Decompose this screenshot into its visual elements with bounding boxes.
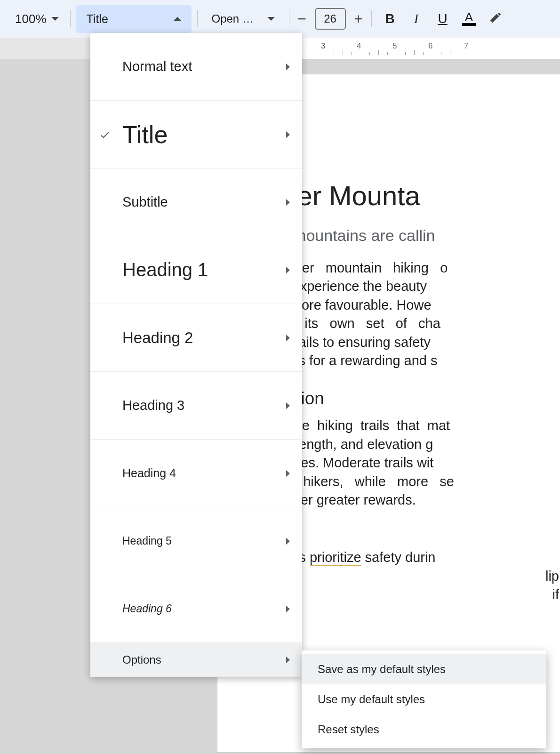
italic-button[interactable]: I xyxy=(408,11,424,26)
chevron-right-icon xyxy=(286,538,290,545)
option-label: Use my default styles xyxy=(318,693,425,706)
increase-font-size-button[interactable]: + xyxy=(352,10,366,28)
style-item-label: Options xyxy=(122,653,161,666)
option-use-default-styles[interactable]: Use my default styles xyxy=(302,684,546,714)
underline-button[interactable]: U xyxy=(435,11,451,26)
text-span: safety durin xyxy=(361,550,436,565)
ruler-tick-3: 3 xyxy=(321,41,325,51)
style-item-label: Title xyxy=(122,120,168,149)
highlighter-icon xyxy=(488,10,503,24)
zoom-selector[interactable]: 100% xyxy=(5,9,64,29)
chevron-right-icon xyxy=(286,657,290,663)
style-item-label: Heading 4 xyxy=(122,466,176,480)
style-item-label: Heading 5 xyxy=(122,535,172,547)
style-item-heading-5[interactable]: Heading 5 xyxy=(90,507,302,575)
check-icon xyxy=(99,128,111,141)
ruler-tick-7: 7 xyxy=(464,41,468,51)
ruler-tick-4: 4 xyxy=(357,41,361,51)
chevron-right-icon xyxy=(286,131,290,138)
style-item-label: Heading 2 xyxy=(122,329,193,347)
caret-up-icon xyxy=(174,17,181,21)
style-item-subtitle[interactable]: Subtitle xyxy=(90,168,302,236)
option-save-default-styles[interactable]: Save as my default styles xyxy=(302,654,546,684)
option-label: Reset styles xyxy=(318,723,379,736)
decrease-font-size-button[interactable]: − xyxy=(295,10,309,28)
option-label: Save as my default styles xyxy=(318,663,446,676)
bold-button[interactable]: B xyxy=(382,11,398,26)
style-item-label: Heading 3 xyxy=(122,398,184,413)
style-item-heading-3[interactable]: Heading 3 xyxy=(90,372,302,440)
ruler-tick-6: 6 xyxy=(428,41,432,51)
caret-down-icon xyxy=(267,17,275,21)
format-group: B I U A xyxy=(382,10,504,28)
text-color-glyph: A xyxy=(465,12,473,22)
chevron-right-icon xyxy=(286,402,290,409)
chevron-right-icon xyxy=(286,470,290,477)
style-item-heading-6[interactable]: Heading 6 xyxy=(90,575,302,643)
style-item-title[interactable]: Title xyxy=(90,101,302,168)
paragraph-style-selector[interactable]: Title xyxy=(76,5,192,33)
text-color-bar xyxy=(462,23,476,26)
style-item-options[interactable]: Options xyxy=(90,643,302,677)
chevron-right-icon xyxy=(286,199,290,206)
font-size-input[interactable] xyxy=(315,8,346,30)
spellcheck-underline[interactable]: prioritize xyxy=(310,550,361,566)
chevron-right-icon xyxy=(286,267,290,273)
separator xyxy=(70,10,71,27)
highlight-button[interactable] xyxy=(488,10,504,28)
separator xyxy=(289,10,289,27)
chevron-right-icon xyxy=(286,64,290,70)
option-reset-styles[interactable]: Reset styles xyxy=(302,714,546,745)
style-item-heading-4[interactable]: Heading 4 xyxy=(90,440,302,507)
font-selector[interactable]: Open … xyxy=(203,8,283,29)
style-item-label: Heading 6 xyxy=(122,602,172,615)
font-size-group: − + xyxy=(295,8,366,30)
chevron-right-icon xyxy=(286,335,290,341)
style-item-label: Subtitle xyxy=(122,194,168,210)
toolbar: 100% Title Open … − + B I U A xyxy=(0,0,560,38)
ruler-tick-5: 5 xyxy=(392,41,397,51)
style-item-heading-2[interactable]: Heading 2 xyxy=(90,304,302,372)
style-item-label: Normal text xyxy=(122,59,192,74)
styles-dropdown-menu: Normal text Title Subtitle Heading 1 Hea… xyxy=(90,33,302,677)
style-item-label: Heading 1 xyxy=(122,259,208,281)
caret-down-icon xyxy=(51,17,59,21)
separator xyxy=(371,10,372,27)
zoom-value: 100% xyxy=(15,12,47,26)
text-color-button[interactable]: A xyxy=(461,12,477,26)
style-item-normal-text[interactable]: Normal text xyxy=(90,33,302,101)
chevron-right-icon xyxy=(286,606,290,612)
style-item-heading-1[interactable]: Heading 1 xyxy=(90,236,302,304)
style-selector-value: Title xyxy=(87,12,108,26)
font-selector-value: Open … xyxy=(212,12,254,25)
options-submenu: Save as my default styles Use my default… xyxy=(302,650,546,748)
separator xyxy=(197,10,198,27)
